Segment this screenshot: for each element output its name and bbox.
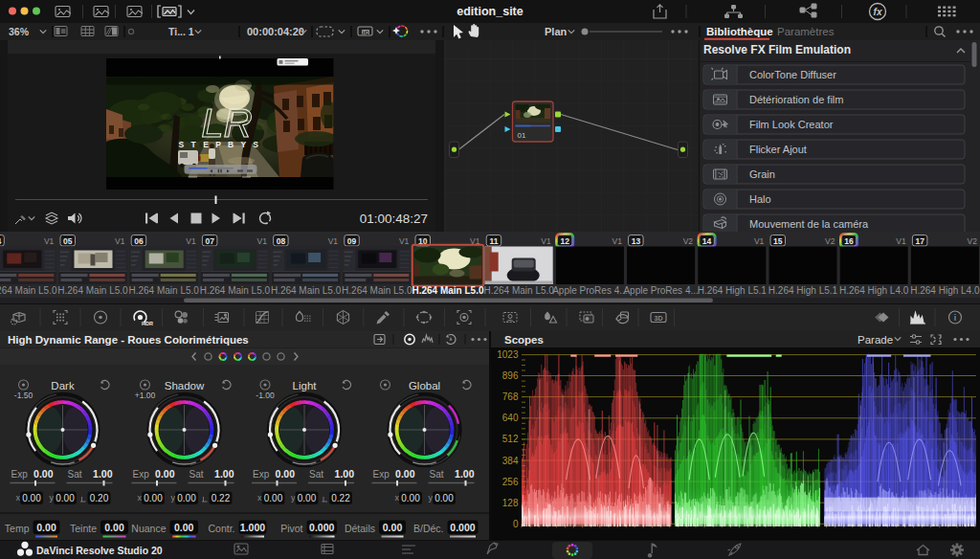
- svg-text:0.00: 0.00: [174, 522, 194, 533]
- svg-text:Exp: Exp: [11, 469, 29, 480]
- svg-text:Bibliothèque: Bibliothèque: [706, 26, 773, 37]
- svg-text:x: x: [16, 493, 21, 503]
- svg-text:Exp: Exp: [133, 469, 150, 480]
- svg-text:Scopes: Scopes: [504, 334, 544, 346]
- svg-text:Nuance: Nuance: [131, 523, 166, 534]
- svg-text:i: i: [954, 313, 956, 323]
- svg-text:1.00: 1.00: [455, 468, 475, 480]
- svg-text:Détérioration de film: Détérioration de film: [749, 94, 843, 105]
- svg-text:Light: Light: [293, 380, 318, 391]
- svg-text:fx: fx: [874, 7, 882, 17]
- svg-text:V2: V2: [825, 236, 835, 246]
- svg-text:0.00: 0.00: [298, 493, 317, 503]
- svg-text:H.264 Main L5.0: H.264 Main L5.0: [129, 285, 200, 296]
- svg-text:1023: 1023: [497, 349, 519, 360]
- svg-text:+1.00: +1.00: [135, 391, 156, 400]
- svg-text:y: y: [429, 493, 434, 503]
- svg-text:12: 12: [560, 236, 569, 246]
- svg-text:Shadow: Shadow: [165, 380, 205, 391]
- svg-text:14: 14: [702, 236, 712, 246]
- svg-text:0.00: 0.00: [264, 493, 283, 503]
- svg-text:15: 15: [773, 236, 783, 246]
- svg-text:0.22: 0.22: [331, 493, 350, 503]
- svg-text:-1.50: -1.50: [14, 391, 33, 400]
- svg-text:Pivot: Pivot: [280, 523, 302, 534]
- svg-text:384: 384: [502, 456, 519, 466]
- svg-text:Apple ProRes 4...: Apple ProRes 4...: [552, 285, 627, 296]
- svg-text:V1: V1: [754, 236, 765, 246]
- svg-text:V1: V1: [541, 236, 551, 246]
- svg-text:S T E P B Y S: S T E P B Y S: [179, 140, 261, 149]
- svg-text:Teinte: Teinte: [70, 523, 97, 534]
- svg-text:512: 512: [502, 434, 519, 444]
- svg-text:Plan: Plan: [545, 26, 568, 37]
- svg-text:Paramètres: Paramètres: [777, 26, 835, 37]
- svg-text:V1: V1: [399, 236, 410, 246]
- svg-text:128: 128: [502, 498, 519, 508]
- svg-text:Exp: Exp: [373, 469, 390, 480]
- svg-text:Mouvement de la caméra: Mouvement de la caméra: [749, 218, 869, 230]
- svg-text:Halo: Halo: [749, 193, 771, 205]
- svg-text:Parade: Parade: [858, 334, 893, 346]
- svg-text:0.20: 0.20: [90, 493, 109, 503]
- svg-text:768: 768: [502, 391, 519, 402]
- svg-text:y: y: [291, 493, 296, 503]
- svg-text:01: 01: [518, 131, 526, 140]
- svg-text:V1: V1: [612, 236, 622, 246]
- svg-text:H.264 Main L5.0: H.264 Main L5.0: [0, 285, 57, 296]
- svg-text:0.00: 0.00: [383, 522, 403, 533]
- svg-text:13: 13: [632, 236, 641, 246]
- svg-text:09: 09: [347, 236, 357, 246]
- svg-text:H.264 Main L5.0: H.264 Main L5.0: [57, 285, 128, 296]
- svg-text:1.00: 1.00: [335, 468, 355, 480]
- svg-text:V1: V1: [44, 236, 55, 246]
- svg-text:B/Déc.: B/Déc.: [413, 523, 444, 534]
- svg-text:0.00: 0.00: [177, 493, 196, 503]
- svg-text:0.00: 0.00: [395, 468, 415, 480]
- svg-text:16: 16: [844, 236, 854, 246]
- svg-text:y: y: [171, 493, 176, 503]
- svg-text:1.00: 1.00: [93, 468, 113, 480]
- svg-text:Sat: Sat: [430, 469, 444, 480]
- svg-text:edition_site: edition_site: [457, 5, 523, 18]
- svg-text:V2: V2: [967, 236, 977, 246]
- svg-text:Contr.: Contr.: [208, 523, 234, 534]
- svg-text:Apple ProRes 4...: Apple ProRes 4...: [623, 285, 698, 296]
- svg-text:H.264 Main L5.0: H.264 Main L5.0: [412, 285, 483, 296]
- svg-text:x: x: [257, 493, 262, 503]
- svg-text:H.264 Main L5.0: H.264 Main L5.0: [342, 285, 412, 296]
- svg-text:x: x: [395, 493, 400, 503]
- svg-text:x: x: [138, 493, 143, 503]
- svg-text:1.00: 1.00: [214, 468, 234, 480]
- svg-text:0.00: 0.00: [155, 468, 175, 480]
- svg-text:H.264 High L4.0: H.264 High L4.0: [839, 285, 909, 296]
- svg-text:DaVinci Resolve Studio 20: DaVinci Resolve Studio 20: [36, 545, 163, 556]
- svg-text:05: 05: [63, 236, 73, 246]
- svg-text:H.264 High L4.0: H.264 High L4.0: [910, 285, 980, 296]
- svg-text:-1.00: -1.00: [256, 391, 275, 400]
- svg-text:36%: 36%: [9, 26, 30, 37]
- svg-text:0.00: 0.00: [36, 522, 56, 533]
- svg-text:0.00: 0.00: [33, 468, 54, 480]
- svg-text:H.264 Main L5.0: H.264 Main L5.0: [271, 285, 342, 296]
- svg-text:08: 08: [277, 236, 286, 246]
- svg-text:07: 07: [205, 236, 214, 246]
- svg-text:Film Look Creator: Film Look Creator: [749, 119, 834, 130]
- svg-text:0.000: 0.000: [450, 522, 475, 533]
- svg-text:Détails: Détails: [345, 523, 375, 534]
- svg-text:Exp: Exp: [253, 469, 270, 480]
- svg-text:Grain: Grain: [749, 168, 775, 180]
- svg-text:y: y: [50, 493, 55, 503]
- svg-text:Sat: Sat: [309, 469, 323, 480]
- svg-text:V1: V1: [328, 236, 339, 246]
- svg-text:V1: V1: [186, 236, 196, 246]
- svg-text:HQ: HQ: [363, 31, 369, 35]
- svg-text:0: 0: [513, 519, 519, 529]
- svg-text:0.000: 0.000: [309, 522, 334, 533]
- svg-text:Dark: Dark: [51, 380, 75, 391]
- svg-text:HDR: HDR: [142, 321, 153, 326]
- svg-text:0.22: 0.22: [212, 493, 231, 503]
- svg-text:0.00: 0.00: [56, 493, 75, 503]
- svg-text:256: 256: [502, 477, 519, 487]
- svg-text:Resolve FX Film Emulation: Resolve FX Film Emulation: [703, 43, 851, 56]
